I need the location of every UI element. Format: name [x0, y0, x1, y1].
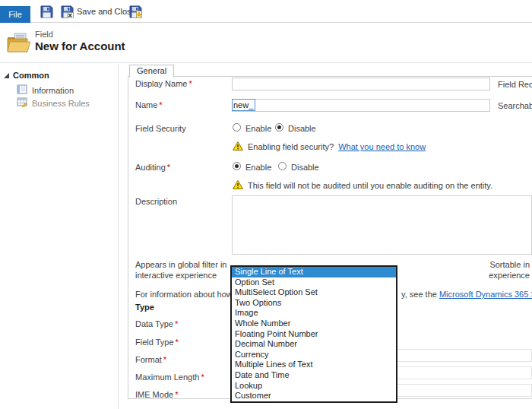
auditing-disable-radio[interactable]: [278, 162, 287, 170]
auditing-enable-label: Enable: [245, 163, 271, 172]
type-section-label: Type: [135, 303, 154, 312]
information-icon: [17, 84, 27, 96]
required-marker: *: [159, 100, 162, 109]
format-label: Format*: [135, 355, 166, 364]
file-menu-button[interactable]: File: [0, 6, 30, 23]
required-marker: *: [201, 373, 204, 382]
display-name-label: Display Name*: [135, 79, 192, 88]
tab-general[interactable]: General: [129, 65, 174, 78]
required-marker: *: [163, 355, 166, 364]
display-name-input[interactable]: [232, 78, 490, 90]
sdk-info-right: y, see the Microsoft Dynamics 365 SDK: [401, 290, 532, 299]
field-requirement-label: Field Requi: [498, 80, 532, 89]
field-security-enable-label: Enable: [245, 124, 271, 133]
field-security-warning-text: Enabling field security?: [248, 142, 334, 151]
page-title: New for Account: [35, 40, 125, 52]
sortable-label: Sortable in experience: [489, 259, 530, 281]
dropdown-option[interactable]: Whole Number: [232, 319, 396, 329]
save-and-close-icon: [61, 5, 74, 18]
collapse-triangle-icon: [4, 73, 9, 78]
field-security-disable-radio[interactable]: [275, 123, 283, 132]
description-textarea[interactable]: [232, 195, 532, 255]
save-button[interactable]: [40, 4, 53, 19]
field-security-disable-label: Disable: [288, 124, 316, 133]
dropdown-option[interactable]: Customer: [232, 391, 396, 401]
auditing-disable-label: Disable: [291, 163, 319, 172]
warning-icon: [233, 180, 243, 191]
sidebar: Common Information: [0, 64, 119, 409]
data-type-dropdown-list: Single Line of Text Option Set MultiSele…: [230, 265, 397, 403]
required-marker: *: [167, 163, 170, 172]
global-filter-label: Appears in global filter in interactive …: [135, 259, 226, 281]
searchable-label: Searchable: [498, 101, 532, 110]
sidebar-item-label: Business Rules: [32, 99, 90, 108]
sidebar-item-label: Information: [32, 86, 74, 95]
description-label: Description: [135, 197, 177, 206]
required-marker: *: [188, 79, 192, 88]
business-rules-icon: [17, 97, 27, 109]
window: File: [0, 0, 532, 409]
required-marker: *: [175, 390, 178, 399]
dropdown-option[interactable]: Two Options: [232, 298, 396, 309]
dropdown-option[interactable]: MultiSelect Option Set: [232, 287, 396, 298]
save-and-close-button[interactable]: Save and Close: [61, 4, 136, 19]
name-input[interactable]: new_: [232, 99, 490, 112]
name-prefix-value: new_: [232, 99, 255, 111]
save-and-close-label: Save and Close: [77, 7, 136, 16]
auditing-warning: This field will not be audited until you…: [233, 180, 492, 191]
save-and-new-button[interactable]: [129, 4, 142, 19]
dropdown-option[interactable]: Date and Time: [232, 370, 396, 381]
dropdown-option[interactable]: Lookup: [232, 381, 396, 392]
field-security-warning: Enabling field security? What you need t…: [233, 141, 426, 152]
field-security-enable-radio[interactable]: [233, 123, 241, 132]
field-type-label: Field Type*: [135, 338, 179, 347]
required-marker: *: [175, 319, 178, 328]
auditing-warning-text: This field will not be audited until you…: [248, 181, 492, 190]
auditing-enable-radio[interactable]: [233, 162, 241, 170]
sidebar-item-information[interactable]: Information: [17, 84, 74, 96]
header: Field New for Account: [0, 24, 532, 63]
required-marker: *: [176, 338, 179, 347]
folder-icon: [6, 33, 30, 55]
sidebar-item-business-rules[interactable]: Business Rules: [17, 97, 90, 109]
dynamics-sdk-link[interactable]: Microsoft Dynamics 365 SDK: [439, 290, 532, 299]
name-label: Name*: [135, 100, 163, 109]
auditing-label: Auditing*: [135, 163, 170, 172]
dropdown-option[interactable]: Option Set: [232, 277, 396, 288]
ime-mode-label: IME Mode*: [135, 390, 178, 399]
warning-icon: [233, 141, 243, 152]
dropdown-option[interactable]: Currency: [232, 350, 396, 360]
what-you-need-to-know-link[interactable]: What you need to know: [338, 142, 426, 151]
dropdown-option[interactable]: Multiple Lines of Text: [232, 360, 396, 370]
dropdown-option[interactable]: Single Line of Text: [232, 267, 396, 277]
dropdown-option[interactable]: Image: [232, 308, 396, 319]
sdk-info-left: For information about how t: [135, 290, 237, 299]
maximum-length-label: Maximum Length*: [135, 373, 204, 382]
dropdown-option[interactable]: Decimal Number: [232, 339, 396, 350]
sidebar-group-label: Common: [13, 71, 49, 80]
entity-type-label: Field: [35, 30, 53, 39]
save-and-new-icon: [129, 5, 142, 18]
toolbar: File: [0, 0, 532, 23]
data-type-label: Data Type*: [135, 319, 178, 328]
field-security-label: Field Security: [135, 124, 186, 133]
save-icon: [40, 5, 53, 18]
dropdown-option[interactable]: Floating Point Number: [232, 329, 396, 340]
sidebar-group-common[interactable]: Common: [4, 71, 49, 80]
